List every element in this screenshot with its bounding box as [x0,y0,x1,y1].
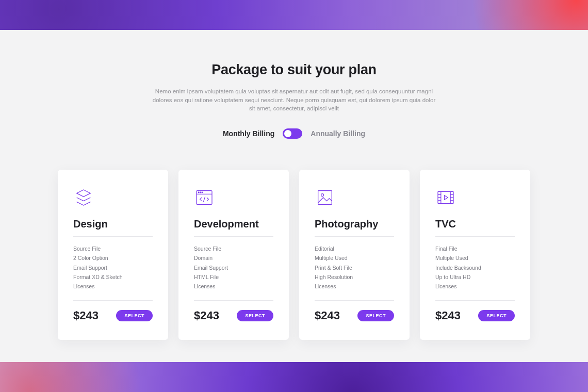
select-button[interactable]: SELECT [478,310,515,321]
card-title: TVC [435,218,515,237]
feature-item: High Resolution [315,272,394,282]
pricing-card-photography: Photography Editorial Multiple Used Prin… [299,170,410,340]
feature-item: Multiple Used [435,253,515,263]
pricing-card-design: Design Source File 2 Color Option Email … [58,170,168,340]
feature-item: Email Support [73,263,153,272]
feature-item: HTML File [194,272,273,282]
card-title: Design [73,218,153,237]
select-button[interactable]: SELECT [116,310,153,321]
image-icon [315,187,394,208]
code-window-icon [194,187,273,208]
feature-item: Source File [73,244,153,253]
svg-point-8 [321,194,324,197]
svg-marker-18 [445,195,448,200]
hero-top-banner [0,0,588,30]
billing-toggle[interactable] [283,128,302,139]
feature-item: Print & Soft File [315,263,394,272]
layers-icon [73,187,153,208]
card-footer: $243 SELECT [73,300,153,322]
price-label: $243 [194,309,219,322]
page-title: Package to suit your plan [0,62,588,78]
feature-item: 2 Color Option [73,253,153,263]
pricing-cards: Design Source File 2 Color Option Email … [0,170,588,340]
feature-item: Email Support [194,263,273,272]
feature-item: Licenses [73,282,153,291]
svg-rect-7 [318,191,332,205]
feature-list: Source File 2 Color Option Email Support… [73,244,153,291]
pricing-card-tvc: TVC Final File Multiple Used Include Bac… [420,170,530,340]
card-footer: $243 SELECT [315,300,394,322]
price-label: $243 [315,309,340,322]
card-title: Development [194,218,273,237]
pricing-card-development: Development Source File Domain Email Sup… [178,170,289,340]
hero-bottom-banner [0,362,588,392]
svg-line-6 [203,197,205,202]
feature-item: Editorial [315,244,394,253]
select-button[interactable]: SELECT [357,310,394,321]
feature-list: Final File Multiple Used Include Backsou… [435,244,515,291]
select-button[interactable]: SELECT [237,310,273,321]
billing-toggle-row: Monthly Billing Annually Billing [0,128,588,139]
feature-list: Source File Domain Email Support HTML Fi… [194,244,273,291]
feature-item: Up to Ultra HD [435,272,515,282]
feature-item: Include Backsound [435,263,515,272]
feature-item: Format XD & Sketch [73,272,153,282]
card-footer: $243 SELECT [435,300,515,322]
feature-item: Licenses [194,282,273,291]
card-title: Photography [315,218,394,237]
feature-list: Editorial Multiple Used Print & Soft Fil… [315,244,394,291]
feature-item: Final File [435,244,515,253]
pricing-section: Package to suit your plan Nemo enim ipsa… [0,30,588,340]
monthly-billing-label: Monthly Billing [223,129,274,138]
price-label: $243 [435,309,461,322]
feature-item: Licenses [315,282,394,291]
card-footer: $243 SELECT [194,300,273,322]
svg-point-5 [202,192,203,193]
feature-item: Multiple Used [315,253,394,263]
page-subtext: Nemo enim ipsam voluptatem quia voluptas… [150,87,438,113]
feature-item: Domain [194,253,273,263]
svg-point-4 [200,192,201,193]
film-play-icon [435,187,515,208]
annually-billing-label: Annually Billing [311,129,365,138]
svg-marker-0 [77,190,91,197]
feature-item: Licenses [435,282,515,291]
price-label: $243 [73,309,99,322]
feature-item: Source File [194,244,273,253]
svg-point-3 [198,192,199,193]
